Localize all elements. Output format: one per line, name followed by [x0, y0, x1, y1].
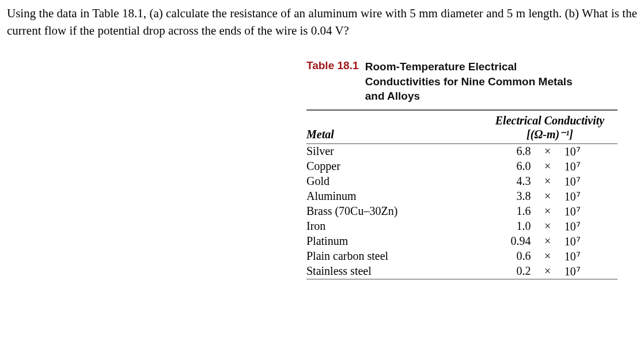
table-row: Aluminum3.8×10⁷ [306, 189, 618, 204]
cell-metal: Plain carbon steel [306, 249, 482, 264]
col-header-cond-line2: [(Ω-m)⁻¹] [482, 127, 618, 141]
cell-times: × [531, 143, 564, 159]
cell-coef: 6.8 [482, 143, 531, 159]
cell-metal: Stainless steel [306, 264, 482, 279]
cell-coef: 3.8 [482, 189, 531, 204]
col-header-cond-line1: Electrical Conductivity [482, 114, 618, 127]
cell-base: 10⁷ [565, 264, 618, 279]
rule-bottom [306, 279, 618, 279]
cell-metal: Aluminum [306, 189, 482, 204]
cell-coef: 0.2 [482, 264, 531, 279]
cell-times: × [531, 219, 564, 234]
cell-coef: 4.3 [482, 174, 531, 189]
table-row: Stainless steel0.2×10⁷ [306, 264, 618, 279]
cell-base: 10⁷ [565, 204, 618, 219]
cell-metal: Platinum [306, 234, 482, 249]
table-row: Silver6.8×10⁷ [306, 143, 618, 159]
cell-base: 10⁷ [565, 174, 618, 189]
cell-base: 10⁷ [565, 249, 618, 264]
cell-base: 10⁷ [565, 219, 618, 234]
cell-coef: 1.0 [482, 219, 531, 234]
cell-base: 10⁷ [565, 234, 618, 249]
cell-times: × [531, 174, 564, 189]
table-caption: Table 18.1 Room-Temperature Electrical C… [306, 59, 618, 104]
question-text: Using the data in Table 18.1, (a) calcul… [7, 5, 637, 40]
cell-base: 10⁷ [565, 159, 618, 174]
table-row: Gold4.3×10⁷ [306, 174, 618, 189]
table-18-1: Table 18.1 Room-Temperature Electrical C… [306, 59, 618, 279]
cell-metal: Silver [306, 143, 482, 159]
cell-coef: 6.0 [482, 159, 531, 174]
col-header-conductivity: Electrical Conductivity [(Ω-m)⁻¹] [482, 111, 618, 144]
table-label: Table 18.1 [306, 59, 358, 72]
table-title: Room-Temperature Electrical Conductiviti… [365, 59, 593, 104]
cell-base: 10⁷ [565, 189, 618, 204]
cell-base: 10⁷ [565, 143, 618, 159]
cell-coef: 0.6 [482, 249, 531, 264]
cell-times: × [531, 249, 564, 264]
table-row: Platinum0.94×10⁷ [306, 234, 618, 249]
cell-times: × [531, 189, 564, 204]
table-row: Iron1.0×10⁷ [306, 219, 618, 234]
cell-metal: Gold [306, 174, 482, 189]
cell-times: × [531, 264, 564, 279]
table-row: Plain carbon steel0.6×10⁷ [306, 249, 618, 264]
cell-times: × [531, 204, 564, 219]
table-row: Brass (70Cu–30Zn)1.6×10⁷ [306, 204, 618, 219]
conductivity-table: Metal Electrical Conductivity [(Ω-m)⁻¹] … [306, 111, 618, 279]
cell-times: × [531, 159, 564, 174]
cell-coef: 0.94 [482, 234, 531, 249]
cell-coef: 1.6 [482, 204, 531, 219]
col-header-metal: Metal [306, 111, 482, 144]
table-row: Copper6.0×10⁷ [306, 159, 618, 174]
cell-metal: Copper [306, 159, 482, 174]
cell-metal: Brass (70Cu–30Zn) [306, 204, 482, 219]
cell-metal: Iron [306, 219, 482, 234]
cell-times: × [531, 234, 564, 249]
